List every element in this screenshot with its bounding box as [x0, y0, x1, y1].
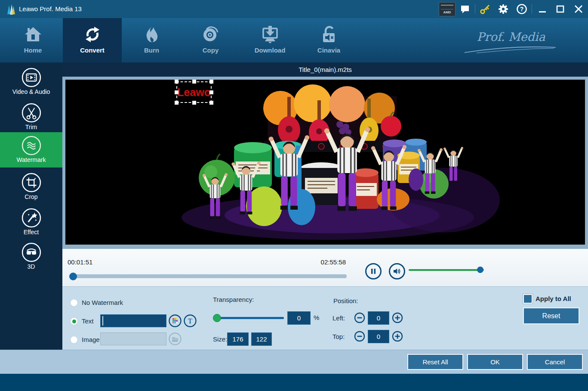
transparency-value-box[interactable]: 0	[287, 311, 311, 325]
minus-icon	[354, 331, 365, 342]
cancel-label: Cancel	[545, 358, 565, 366]
size-height-box[interactable]: 122	[251, 332, 272, 346]
left-minus-button[interactable]	[354, 312, 365, 325]
sidebar-item-crop[interactable]: Crop	[0, 173, 62, 207]
minimize-icon[interactable]	[536, 3, 549, 15]
left-label: Left:	[332, 314, 345, 322]
transparency-slider[interactable]	[214, 317, 284, 319]
image-watermark-radio[interactable]	[70, 336, 78, 344]
ok-button[interactable]: OK	[467, 354, 523, 370]
left-plus-button[interactable]	[392, 312, 403, 325]
transparency-value: 0	[297, 314, 301, 322]
reset-button[interactable]: Reset	[523, 307, 579, 324]
resize-handle[interactable]	[175, 80, 179, 84]
size-height-value: 122	[256, 335, 267, 343]
close-icon[interactable]	[572, 3, 585, 15]
watermark-overlay[interactable]: Leawo	[176, 81, 212, 103]
reset-all-button[interactable]: Reset All	[407, 354, 463, 370]
left-value-box[interactable]: 0	[368, 311, 389, 325]
text-style-button[interactable]: T	[184, 314, 197, 327]
resize-handle[interactable]	[192, 101, 196, 105]
top-value-box[interactable]: 0	[368, 330, 389, 343]
top-minus-button[interactable]	[354, 331, 365, 344]
titlebar-separator	[475, 4, 475, 14]
browse-image-button[interactable]	[169, 332, 182, 345]
no-watermark-radio[interactable]	[70, 299, 78, 307]
resize-handle[interactable]	[209, 80, 213, 84]
watermark-settings-panel: No Watermark Text T Image	[62, 286, 588, 350]
titlebar-separator	[532, 4, 532, 14]
svg-text:T: T	[188, 317, 193, 325]
sidebar-item-watermark[interactable]: Watermark	[0, 132, 62, 168]
effect-icon	[22, 208, 41, 228]
help-icon[interactable]: ?	[515, 3, 528, 15]
top-plus-button[interactable]	[392, 331, 403, 344]
plus-icon	[392, 331, 403, 342]
resize-handle[interactable]	[175, 101, 179, 105]
svg-text:?: ?	[520, 6, 524, 12]
home-icon	[23, 23, 43, 46]
brand-script-text: Prof. Media	[477, 30, 545, 43]
maximize-icon[interactable]	[554, 3, 567, 15]
title-bar: Leawo Prof. Media 13 AMD	[0, 0, 588, 18]
color-palette-button[interactable]	[169, 314, 182, 327]
convert-icon	[82, 23, 103, 46]
video-canvas: Leawo	[65, 80, 585, 245]
playback-bar: 00:01:51 02:55:58	[62, 249, 588, 286]
size-width-box[interactable]: 176	[227, 332, 249, 346]
trim-icon	[22, 103, 41, 123]
brand-script: Prof. Media	[464, 30, 558, 54]
total-time: 02:55:58	[321, 258, 346, 266]
no-watermark-label: No Watermark	[82, 299, 123, 306]
video-audio-icon	[22, 68, 41, 87]
left-value: 0	[377, 314, 380, 322]
resize-handle[interactable]	[209, 90, 213, 94]
tab-convert[interactable]: Convert	[63, 18, 122, 62]
resize-handle[interactable]	[175, 90, 179, 94]
sidebar-item-3d[interactable]: 3D	[0, 242, 62, 277]
settings-gear-icon[interactable]	[497, 3, 510, 15]
sidebar-item-video-audio[interactable]: Video & Audio	[0, 68, 62, 102]
seek-handle[interactable]	[69, 273, 77, 280]
pause-button[interactable]	[365, 263, 382, 279]
resize-handle[interactable]	[192, 80, 196, 84]
text-caret	[102, 316, 103, 326]
tool-sidebar: Video & Audio Trim Watermark	[0, 62, 62, 350]
watermark-image-input[interactable]	[100, 332, 166, 345]
app-logo-icon	[6, 3, 17, 15]
clip-title-bar: Title_0(main).m2ts	[62, 62, 588, 77]
tab-copy[interactable]: Copy	[181, 18, 240, 62]
transparency-handle[interactable]	[213, 314, 221, 322]
tab-label: Burn	[144, 47, 159, 54]
tab-burn[interactable]: Burn	[122, 18, 181, 62]
brand-swoosh	[464, 44, 558, 54]
amd-badge-label: AMD	[439, 10, 455, 14]
volume-slider[interactable]	[409, 269, 484, 271]
percent-sign: %	[314, 314, 319, 321]
cancel-button[interactable]: Cancel	[527, 354, 583, 370]
seek-bar[interactable]	[70, 274, 347, 278]
top-value: 0	[377, 333, 380, 340]
volume-button[interactable]	[389, 263, 405, 279]
text-watermark-label: Text	[82, 317, 94, 325]
resize-handle[interactable]	[209, 101, 213, 105]
tab-label: Convert	[80, 47, 105, 54]
sidebar-item-label: Video & Audio	[12, 88, 50, 95]
text-watermark-radio[interactable]	[70, 317, 78, 325]
feedback-icon[interactable]	[459, 3, 471, 15]
watermark-text-input[interactable]	[100, 314, 166, 327]
apply-to-all-checkbox[interactable]	[523, 294, 533, 304]
sidebar-item-label: Effect	[24, 229, 39, 236]
bottom-strip	[0, 374, 588, 391]
main-nav: Home Convert Burn	[0, 18, 588, 62]
tab-download[interactable]: Download	[240, 18, 299, 62]
size-label: Size:	[213, 335, 227, 343]
watermark-image-value	[101, 333, 104, 340]
tab-cinavia[interactable]: Cinavia	[299, 18, 358, 62]
tab-home[interactable]: Home	[3, 18, 62, 62]
register-key-icon[interactable]	[479, 3, 492, 15]
tab-label: Download	[255, 47, 286, 54]
copy-icon	[200, 23, 221, 46]
volume-handle[interactable]	[477, 267, 483, 273]
sidebar-item-effect[interactable]: Effect	[0, 208, 62, 242]
